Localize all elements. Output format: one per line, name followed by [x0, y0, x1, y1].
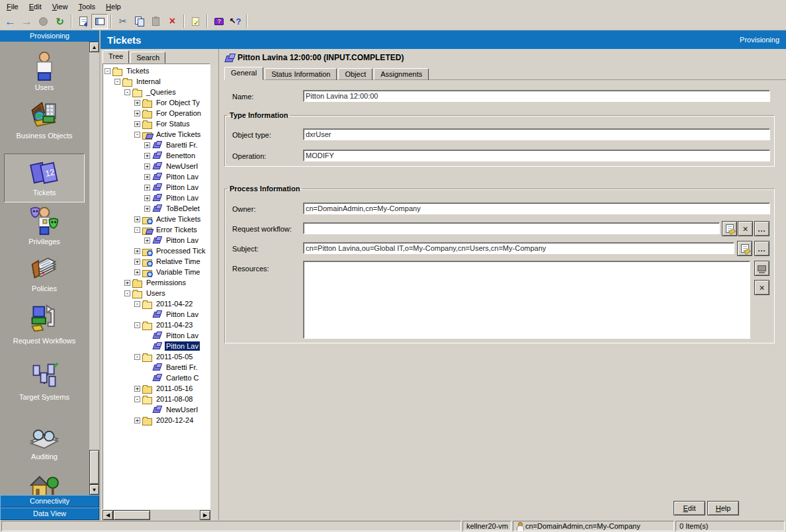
tree-item-label[interactable]: Carletto C — [165, 373, 200, 382]
tree-item[interactable]: Tickets — [103, 66, 210, 76]
tree-expander-icon[interactable] — [134, 111, 140, 116]
tree-item-label[interactable]: 2011-08-08 — [155, 394, 194, 404]
tree-item[interactable]: Pitton Lav — [103, 171, 210, 182]
tree-item-label[interactable]: _Queries — [145, 87, 177, 97]
tree-item[interactable]: Baretti Fr. — [103, 140, 210, 150]
tree-item-label[interactable]: Users — [145, 288, 167, 298]
subject-properties-button[interactable] — [737, 241, 752, 256]
tree-expander-icon[interactable] — [134, 121, 140, 127]
forward-icon[interactable]: → — [19, 14, 35, 29]
tree-item-label[interactable]: Active Tickets — [155, 214, 202, 224]
tree-expander-icon[interactable] — [124, 290, 130, 296]
tree-item[interactable]: 2011-05-05 — [103, 351, 210, 362]
tree-expander-icon[interactable] — [134, 259, 140, 265]
tree-expander-icon[interactable] — [114, 79, 120, 85]
menu-help[interactable]: Help — [101, 1, 126, 12]
tree-item[interactable]: 2011-04-22 — [103, 298, 210, 309]
name-input[interactable] — [303, 90, 770, 102]
sidebar-bar-connectivity[interactable]: Connectivity — [0, 495, 99, 508]
tree-expander-icon[interactable] — [144, 153, 150, 159]
tree-item-label[interactable]: Pitton Lav — [165, 183, 200, 192]
tree-item[interactable]: Pitton Lav — [103, 330, 210, 341]
tree-item[interactable]: For Object Ty — [103, 97, 210, 108]
sidebar-item-policies[interactable]: Policies — [4, 253, 85, 293]
task-check-icon[interactable] — [187, 14, 204, 29]
tree-expander-icon[interactable] — [144, 142, 150, 148]
tree-item-label[interactable]: Relative Time — [155, 257, 202, 266]
tree-item-label[interactable]: ToBeDelet — [165, 204, 201, 213]
tree-item[interactable]: Processed Tick — [103, 245, 210, 256]
tree-expander-icon[interactable] — [124, 89, 130, 95]
tree-item[interactable]: Pitton Lav — [103, 341, 210, 351]
tree-item[interactable]: 2020-12-24 — [103, 415, 210, 425]
resources-select-button[interactable] — [754, 261, 769, 276]
tree-item[interactable]: Active Tickets — [103, 214, 210, 224]
tree-item-label[interactable]: Processed Tick — [155, 246, 207, 255]
tree-item-label[interactable]: Benetton — [165, 151, 196, 160]
resources-textarea[interactable] — [303, 261, 750, 339]
tree-expander-icon[interactable] — [144, 206, 150, 212]
tree-item[interactable]: Pitton Lav — [103, 182, 210, 193]
tree-item-label[interactable]: NewUserI — [165, 161, 199, 171]
tree-item-label[interactable]: Permissions — [145, 278, 187, 287]
scroll-left-icon[interactable]: ◀ — [103, 510, 113, 520]
tree-item-label[interactable]: Internal — [135, 77, 162, 86]
tree-item-label[interactable]: 2011-05-16 — [155, 384, 194, 393]
tree-item-label[interactable]: Tickets — [125, 66, 150, 75]
tree-item[interactable]: For Operation — [103, 108, 210, 118]
panel-toggle-icon[interactable] — [91, 14, 108, 29]
tree-expander-icon[interactable] — [134, 396, 140, 402]
tree-expander-icon[interactable] — [134, 227, 140, 233]
tree-item-label[interactable]: Pitton Lav — [165, 193, 200, 202]
tree-item-label[interactable]: Baretti Fr. — [165, 140, 199, 150]
tree-item-label[interactable]: For Operation — [155, 109, 202, 118]
request-workflow-input[interactable] — [303, 222, 720, 234]
sidebar-item-auditing[interactable]: Auditing — [4, 424, 85, 461]
tree-expander-icon[interactable] — [144, 174, 150, 180]
tree-expander-icon[interactable] — [134, 322, 140, 328]
sidebar-item-tickets[interactable]: 12 Tickets — [4, 154, 85, 202]
tree-expander-icon[interactable] — [134, 418, 140, 423]
tree-item-label[interactable]: 2011-04-22 — [155, 299, 194, 308]
tree-item[interactable]: NewUserI — [103, 161, 210, 171]
subject-input[interactable] — [303, 242, 734, 254]
tree-item[interactable]: Baretti Fr. — [103, 362, 210, 373]
context-help-icon[interactable]: ↖? — [227, 14, 243, 29]
tree-expander-icon[interactable] — [144, 163, 150, 169]
tree-item[interactable]: _Queries — [103, 87, 210, 97]
tree-expander-icon[interactable] — [144, 238, 150, 244]
paste-icon[interactable] — [148, 14, 164, 29]
object-type-input[interactable] — [303, 128, 770, 140]
sidebar-bar-data-view[interactable]: Data View — [0, 508, 99, 520]
tab-general[interactable]: General — [224, 67, 263, 80]
tree-item[interactable]: Pitton Lav — [103, 193, 210, 203]
tree-item-label[interactable]: Baretti Fr. — [165, 363, 199, 372]
tree-item-label[interactable]: For Status — [155, 119, 191, 128]
scrollbar-thumb[interactable] — [113, 510, 150, 520]
scroll-right-icon[interactable]: ▶ — [200, 510, 210, 520]
tree-item[interactable]: Pitton Lav — [103, 309, 210, 320]
tree-expander-icon[interactable] — [134, 132, 140, 138]
tab-tree[interactable]: Tree — [103, 50, 129, 64]
sidebar-item-users[interactable]: Users — [4, 51, 85, 92]
operation-input[interactable] — [303, 150, 770, 161]
tree-expander-icon[interactable] — [134, 100, 140, 106]
tree-item[interactable]: Variable Time — [103, 267, 210, 277]
tree-horizontal-scrollbar[interactable]: ◀ ▶ — [103, 510, 210, 520]
tree-item[interactable]: Relative Time — [103, 256, 210, 267]
menu-file[interactable]: File — [1, 1, 24, 12]
request-workflow-browse-button[interactable]: ... — [754, 221, 769, 236]
tree-item[interactable]: 2011-04-23 — [103, 320, 210, 330]
tree-item-label[interactable]: 2011-04-23 — [155, 320, 194, 330]
tab-object[interactable]: Object — [338, 68, 372, 80]
refresh-icon[interactable]: ↻ — [52, 14, 68, 29]
menu-edit[interactable]: Edit — [24, 1, 47, 12]
tree-item[interactable]: Users — [103, 288, 210, 298]
tab-search[interactable]: Search — [130, 52, 165, 64]
tree-expander-icon[interactable] — [105, 68, 110, 74]
sidebar-item-privileges[interactable]: Privileges — [4, 205, 85, 246]
tree-item[interactable]: ToBeDelet — [103, 203, 210, 214]
tree-item[interactable]: Carletto C — [103, 373, 210, 383]
book-icon[interactable] — [210, 14, 227, 29]
tree-item-label[interactable]: Pitton Lav — [165, 236, 200, 245]
